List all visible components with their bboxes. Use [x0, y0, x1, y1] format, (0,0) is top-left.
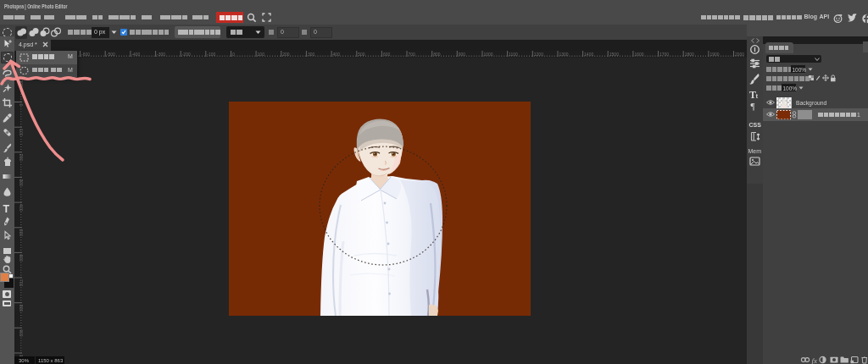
- svg-text:¶: ¶: [751, 101, 755, 111]
- svg-text:CSS: CSS: [749, 122, 762, 128]
- svg-text:fx: fx: [812, 356, 818, 364]
- svg-text:Mem: Mem: [748, 148, 762, 154]
- svg-text:t: t: [756, 92, 759, 100]
